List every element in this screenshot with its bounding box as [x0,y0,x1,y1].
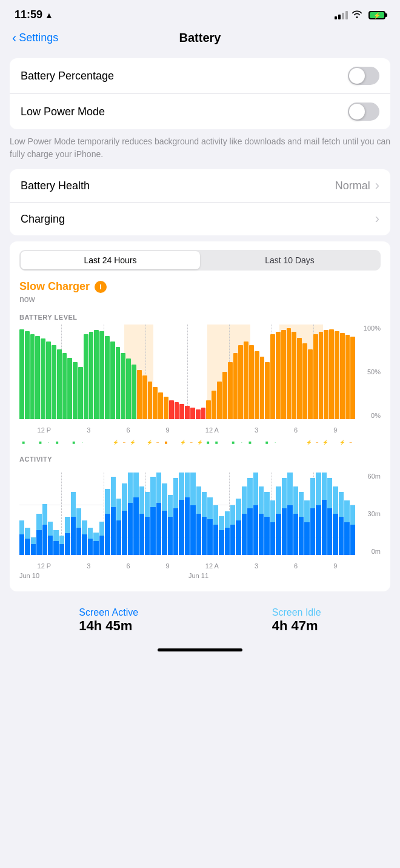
time-segmented-control[interactable]: Last 24 Hours Last 10 Days [19,250,381,271]
activity-bar-55 [333,486,338,555]
act-bar-top-20 [133,473,138,497]
battery-bar-8 [62,353,67,419]
activity-bar-11 [82,520,87,555]
battery-percentage-toggle[interactable] [348,67,379,85]
battery-bar-19 [121,353,125,419]
charge-icon-7: · [78,440,87,445]
battery-icon: ⚡ [368,11,385,19]
act-bar-bot-9 [71,517,76,555]
act-bar-bot-53 [322,500,327,555]
act-bar-bot-10 [76,528,81,555]
charge-icon-3: · [45,440,53,445]
charge-icon-0: ■ [19,440,28,445]
x-label-9a: 9 [166,426,170,434]
charge-icon-34: ⚡ [305,440,313,445]
act-x-3a: 3 [87,562,90,570]
activity-bar-25 [162,483,167,555]
act-bar-top-56 [339,492,344,517]
battery-bar-25 [153,387,158,419]
charge-icon-29: ■ [262,440,271,445]
act-bar-top-58 [350,505,355,525]
activity-bar-4 [42,504,47,555]
activity-bar-53 [322,473,327,555]
charge-icon-15: ⚡ [145,440,154,445]
act-bar-bot-14 [99,536,104,555]
charging-chevron [375,211,379,227]
charging-bolt: ⚡ [373,12,381,18]
act-bar-bot-36 [225,528,230,555]
act-bar-top-47 [287,473,292,505]
activity-bar-2 [31,537,36,555]
act-bar-bot-32 [202,517,207,555]
screen-active-section[interactable]: Screen Active 14h 45m [79,607,138,634]
act-bar-bot-54 [327,508,332,555]
act-bar-bot-15 [105,514,110,555]
battery-bar-28 [169,400,174,419]
activity-bar-31 [196,486,201,555]
charger-time-label: now [19,294,381,304]
chart-card: Last 24 Hours Last 10 Days Slow Charger … [10,241,390,591]
battery-bar-10 [73,362,78,419]
charge-icon-25: ■ [229,440,238,445]
info-badge[interactable]: i [95,281,107,293]
activity-bar-7 [59,536,64,555]
screen-active-label[interactable]: Screen Active [79,607,138,617]
wifi-icon [352,10,362,21]
activity-bar-1 [25,528,30,555]
act-bar-bot-22 [145,517,150,555]
act-bar-top-28 [179,473,184,500]
act-bar-top-25 [162,483,167,511]
activity-bar-22 [145,492,150,555]
charge-icon-35: − [313,440,322,445]
act-bar-top-10 [76,508,81,528]
activity-bar-38 [236,499,241,555]
date-label-2: Jun 11 [186,572,355,579]
low-power-mode-toggle[interactable] [348,103,379,121]
activity-bar-20 [133,473,138,555]
home-indicator[interactable] [158,648,242,651]
act-bar-top-52 [316,473,321,505]
activity-bar-43 [264,492,269,555]
act-bar-bot-28 [179,500,184,555]
act-bar-bot-2 [31,544,36,555]
act-bar-bot-37 [230,525,235,555]
activity-bar-14 [99,522,104,555]
last-24-hours-tab[interactable]: Last 24 Hours [21,251,200,269]
battery-percentage-row[interactable]: Battery Percentage [10,58,390,94]
battery-bar-44 [255,351,259,419]
y-label-0: 0% [371,412,381,419]
act-bar-top-37 [230,505,235,525]
screen-idle-section[interactable]: Screen Idle 4h 47m [272,607,321,634]
battery-bar-26 [158,392,163,419]
charge-icon-17: ■ [162,440,170,445]
battery-bar-0 [19,329,24,419]
battery-health-row[interactable]: Battery Health Normal [10,169,390,203]
act-bar-top-13 [93,533,98,541]
battery-bar-33 [196,409,201,419]
slow-charger-row: Slow Charger i [19,280,381,293]
signal-bar-1 [335,16,337,19]
act-bar-top-54 [327,478,332,508]
act-bar-top-30 [190,473,195,505]
activity-bar-12 [88,528,93,555]
charge-icon-39: − [347,440,355,445]
act-bar-bot-55 [333,514,338,555]
activity-bar-29 [185,473,190,555]
act-bar-bot-20 [133,497,138,555]
battery-bar-21 [132,365,136,419]
activity-bar-39 [242,486,247,555]
battery-bar-13 [89,332,94,419]
act-bar-top-1 [25,528,30,539]
battery-bar-14 [94,330,99,419]
back-button[interactable]: ‹ Settings [12,30,58,46]
charge-icon-20: − [187,440,196,445]
screen-idle-label[interactable]: Screen Idle [272,607,321,617]
charging-row[interactable]: Charging [10,203,390,235]
charge-icon-26: · [238,440,246,445]
charge-icon-11: ⚡ [112,440,120,445]
last-10-days-tab[interactable]: Last 10 Days [200,251,379,269]
location-icon: ▲ [45,10,53,20]
act-bar-top-14 [99,522,104,536]
act-bar-top-35 [219,516,224,530]
low-power-mode-row[interactable]: Low Power Mode [10,94,390,129]
